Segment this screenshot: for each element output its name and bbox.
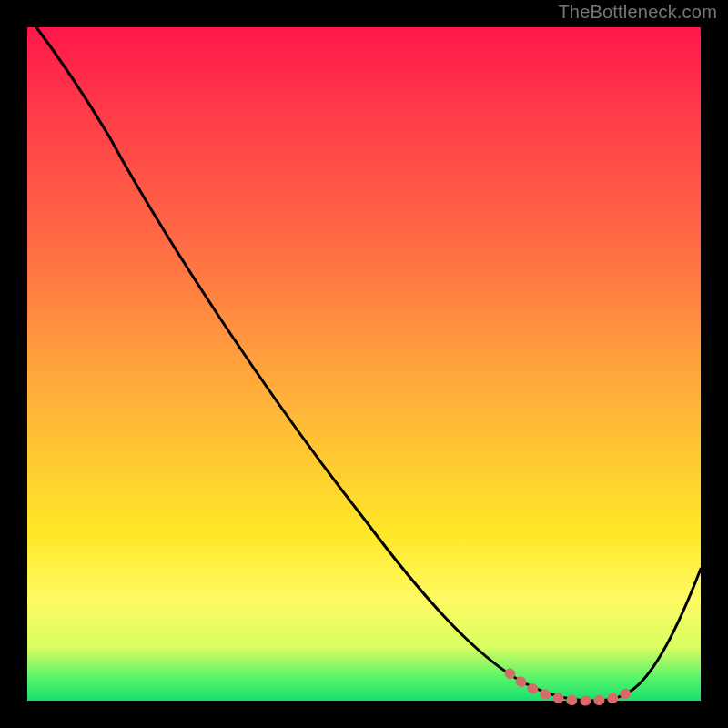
chart-frame: TheBottleneck.com <box>0 0 728 728</box>
plot-area <box>27 27 701 701</box>
bottleneck-curve-path <box>36 27 701 701</box>
curve-svg <box>27 27 701 701</box>
curve-highlight-path <box>510 673 630 701</box>
watermark-label: TheBottleneck.com <box>558 2 717 23</box>
